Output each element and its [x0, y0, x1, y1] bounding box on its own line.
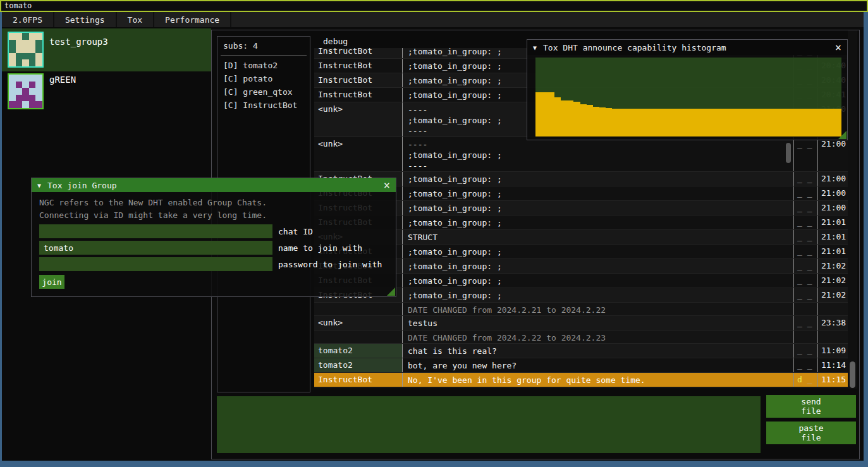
chat-scrollbar-track[interactable] [848, 30, 857, 389]
histogram-bar [656, 109, 663, 136]
dht-histogram-titlebar[interactable]: ▼ Tox DHT announce capability histogram … [527, 40, 847, 55]
sender-cell: InstructBot [314, 88, 403, 102]
paste-file-button[interactable]: pastefile [766, 422, 856, 444]
menu-item-2-0fps[interactable]: 2.0FPS [2, 12, 54, 27]
subs-separator [221, 55, 307, 56]
group-name-label: test_group3 [49, 37, 108, 47]
date-changed-row: DATE CHANGED from 2024.2.22 to 2024.2.23 [314, 331, 848, 344]
dht-histogram-plot [535, 58, 841, 136]
join-group-titlebar[interactable]: ▼ Tox join Group × [32, 178, 396, 192]
timestamp-cell: 21:01 [817, 230, 848, 244]
avatar-cell [29, 95, 36, 102]
message-cell: chat is this real? [403, 344, 793, 358]
join-password-input[interactable] [39, 257, 272, 271]
chat-message-row[interactable]: tomato2bot, are you new here?_ _11:14 [314, 358, 848, 373]
join-password-label: password to join with [278, 260, 382, 269]
sender-cell [314, 303, 403, 315]
delivered-flag: d [797, 375, 802, 384]
join-group-info: NGC refers to the New DHT enabled Group … [39, 197, 388, 222]
resize-handle[interactable] [838, 131, 847, 139]
histogram-bar [644, 109, 650, 136]
histogram-bar [631, 109, 637, 136]
subs-member-list: [D] tomato2[C] potato[C] green_qtox[C] I… [217, 59, 310, 112]
message-flags-cell: _ _ [793, 274, 817, 288]
chat-id-input[interactable] [39, 224, 272, 238]
chat-message-row[interactable]: tomato2chat is this real?_ _11:09 [314, 344, 848, 358]
message-flags-cell: _ _ [793, 316, 817, 330]
histogram-bar [663, 109, 669, 136]
histogram-bar [587, 105, 593, 136]
avatar-cell [29, 46, 36, 53]
message-cell: ;tomato_in_group: ; [403, 259, 793, 273]
message-flags-cell: _ _ [793, 288, 817, 302]
message-cell: ;tomato_in_group: ; [403, 186, 793, 200]
sidebar-group-test-group3[interactable]: test_group3 [2, 28, 211, 71]
histogram-bar [542, 92, 548, 136]
compose-input[interactable] [217, 396, 761, 453]
timestamp-cell: 11:14 [817, 358, 848, 372]
histogram-bar [676, 109, 682, 136]
menu-item-settings[interactable]: Settings [54, 12, 117, 27]
menu-item-tox[interactable]: Tox [117, 12, 154, 27]
avatar-cell [29, 59, 36, 66]
message-flags-cell: _ _ [793, 230, 817, 244]
subs-member-tomato2[interactable]: [D] tomato2 [217, 59, 310, 72]
collapse-arrow-icon[interactable]: ▼ [533, 44, 537, 51]
timestamp-cell: 21:02 [817, 288, 848, 302]
histogram-bar [784, 109, 790, 136]
avatar-cell [35, 33, 42, 40]
timestamp-cell: 11:15 [817, 373, 848, 387]
histogram-bar [822, 109, 829, 136]
chat-message-row[interactable]: <unk>testus_ _23:38 [314, 316, 848, 331]
histogram-bar [593, 107, 599, 137]
join-name-input[interactable] [39, 241, 272, 255]
os-titlebar[interactable]: tomato [0, 0, 868, 12]
histogram-bar [554, 97, 561, 137]
sender-cell: InstructBot [314, 373, 403, 387]
collapse-arrow-icon[interactable]: ▼ [37, 182, 41, 189]
histogram-bar [682, 109, 688, 136]
chat-message-row[interactable]: InstructBotNo, I've been in this group f… [314, 373, 848, 387]
chat-id-field-row: chat ID [39, 224, 388, 238]
avatar-cell [9, 33, 16, 40]
resize-handle[interactable] [387, 288, 395, 296]
timestamp-cell: 21:00 [817, 186, 848, 200]
histogram-bar [829, 109, 835, 136]
message-cell: STRUCT [403, 230, 793, 244]
sidebar-group-green[interactable]: gREEN [2, 71, 211, 111]
subs-member-potato[interactable]: [C] potato [217, 72, 310, 85]
message-cell: ;tomato_in_group: ; [403, 288, 793, 302]
avatar-cell [29, 53, 36, 60]
join-button[interactable]: join [39, 275, 64, 289]
send-file-button[interactable]: sendfile [766, 395, 856, 418]
subs-member-instructbot[interactable]: [C] InstructBot [217, 99, 310, 112]
avatar-cell [16, 82, 23, 88]
histogram-bar [561, 100, 567, 137]
avatar-cell [16, 95, 23, 102]
close-icon[interactable]: × [384, 181, 390, 190]
join-group-info-line: NGC refers to the New DHT enabled Group … [39, 197, 388, 209]
window-border-right [864, 12, 868, 467]
avatar-cell [9, 46, 16, 53]
join-name-label: name to join with [278, 243, 362, 253]
timestamp-cell: 21:01 [817, 215, 848, 229]
chat-id-label: chat ID [278, 227, 313, 236]
chat-message-row[interactable]: <unk>----;tomato_in_group: ;----_ _21:00 [314, 137, 848, 172]
chat-scrollbar-thumb[interactable] [850, 361, 855, 388]
group-avatar-icon [8, 73, 44, 109]
histogram-bar [790, 109, 797, 136]
message-flags-cell: _ _ [793, 186, 817, 200]
avatar-cell [22, 101, 29, 108]
histogram-bar [720, 109, 726, 136]
close-icon[interactable]: × [835, 43, 841, 52]
message-inner-scrollbar-thumb[interactable] [786, 143, 791, 163]
dht-histogram-title: Tox DHT announce capability histogram [543, 43, 726, 52]
avatar-cell [16, 33, 23, 40]
join-group-dialog: ▼ Tox join Group × NGC refers to the New… [31, 178, 396, 297]
histogram-bar [740, 109, 746, 136]
message-cell: ;tomato_in_group: ; [403, 274, 793, 288]
histogram-bar [726, 109, 733, 136]
menu-item-performance[interactable]: Performance [154, 12, 231, 27]
histogram-bar [816, 109, 822, 136]
subs-member-green-qtox[interactable]: [C] green_qtox [217, 85, 310, 99]
